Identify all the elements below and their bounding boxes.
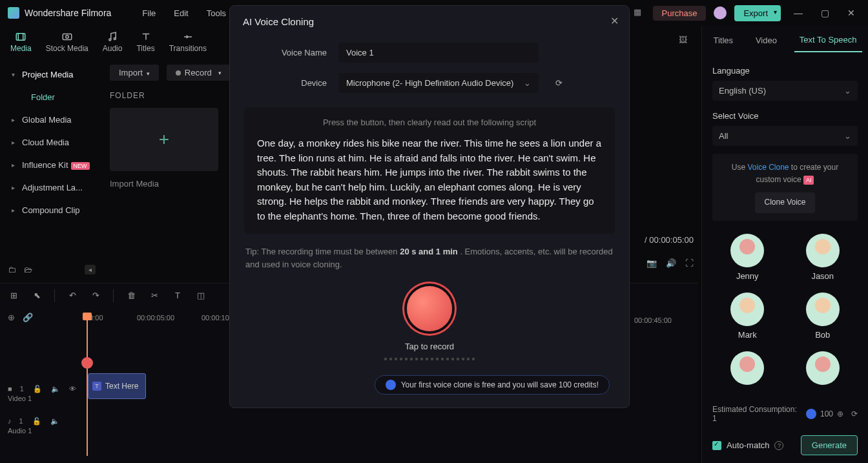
snapshot-icon[interactable]: 📷 [646, 258, 657, 268]
import-dropdown[interactable]: Import [110, 65, 159, 81]
sidebar-item-folder[interactable]: Folder [0, 86, 103, 108]
waveform-icon [384, 358, 475, 360]
voice-card-jason[interactable]: Jason [788, 234, 858, 281]
import-media-tile[interactable]: + [110, 108, 218, 171]
svg-point-3 [109, 39, 111, 41]
sidebar-item-cloud-media[interactable]: ▸Cloud Media [0, 131, 103, 154]
record-button[interactable] [407, 286, 452, 331]
svg-point-2 [65, 36, 68, 39]
chevron-right-icon: ▸ [12, 161, 15, 169]
lock-icon[interactable]: 🔓 [33, 385, 42, 393]
sidebar-item-influence-kit[interactable]: ▸Influence KitNEW [0, 154, 103, 176]
tab-titles[interactable]: Titles [708, 29, 738, 52]
device-select[interactable]: Microphone (2- High Definition Audio Dev… [338, 73, 539, 93]
fullscreen-icon[interactable]: ⛶ [685, 258, 694, 268]
credits-value: 100 [820, 409, 833, 418]
select-icon[interactable]: ⊞ [8, 291, 19, 300]
modal-title: AI Voice Cloning [243, 16, 314, 27]
voice-card[interactable] [712, 351, 783, 385]
window-maximize-icon[interactable]: ▢ [816, 8, 834, 18]
preview-controls: 📷 🔊 ⛶ [646, 258, 694, 268]
redo-icon[interactable]: ↷ [90, 291, 101, 300]
track-labels: ■1🔓🔈👁 Video 1 ♪1🔓🔈 Audio 1 [0, 377, 83, 442]
timeline-marker[interactable] [81, 357, 93, 369]
tab-video[interactable]: Video [750, 29, 782, 52]
sidebar-label: Compound Clip [22, 205, 80, 215]
language-select[interactable]: English (US) [712, 81, 858, 101]
record-dot-icon [176, 70, 181, 76]
folder-add-icon[interactable]: 🗁 [24, 265, 32, 274]
volume-icon[interactable]: 🔊 [666, 258, 676, 268]
folder-panel: Import Record▾ FOLDER + Import Media [110, 65, 239, 189]
crop-icon[interactable]: ◫ [195, 291, 207, 300]
grid-app-icon[interactable]: ▦ [634, 7, 645, 19]
cut-icon[interactable]: ✂ [149, 291, 160, 300]
new-folder-icon[interactable]: 🗀 [8, 265, 16, 274]
voice-card[interactable] [788, 351, 858, 385]
voice-card-mark[interactable]: Mark [712, 293, 783, 340]
checkbox-icon [712, 441, 721, 450]
tl-link-icon[interactable]: 🔗 [23, 313, 33, 322]
menu-edit[interactable]: Edit [167, 6, 194, 21]
ai-credits-icon [806, 409, 816, 419]
media-tab-media[interactable]: Media [4, 28, 38, 56]
ruler-tick: 00:00:05:00 [137, 314, 174, 322]
menu-file[interactable]: File [136, 6, 162, 21]
picture-icon[interactable]: 🖼 [679, 35, 687, 45]
chevron-right-icon: ▸ [12, 184, 15, 191]
mute-icon[interactable]: 🔈 [50, 417, 59, 426]
record-dropdown[interactable]: Record▾ [167, 65, 231, 81]
audio-track-header[interactable]: ♪1🔓🔈 Audio 1 [0, 409, 83, 442]
preview-duration: 00:00:05:00 [649, 235, 694, 245]
clip-label: Text Here [105, 382, 138, 391]
sidebar: ▾Project Media Folder ▸Global Media ▸Clo… [0, 63, 103, 278]
purchase-button[interactable]: Purchase [653, 6, 707, 21]
device-value: Microphone (2- High Definition Audio Dev… [346, 78, 513, 88]
add-credits-icon[interactable]: ⊕ [837, 409, 843, 418]
delete-icon[interactable]: 🗑 [125, 291, 137, 300]
sidebar-item-adjustment[interactable]: ▸Adjustment La... [0, 176, 103, 199]
export-button[interactable]: Export [734, 5, 781, 21]
voice-card-bob[interactable]: Bob [788, 293, 858, 340]
media-tab-stock[interactable]: Stock Media [39, 28, 95, 56]
refresh-device-icon[interactable]: ⟳ [555, 78, 563, 88]
voice-clone-link[interactable]: Voice Clone [747, 163, 789, 172]
sidebar-item-compound[interactable]: ▸Compound Clip [0, 199, 103, 221]
video-track-header[interactable]: ■1🔓🔈👁 Video 1 [0, 377, 83, 409]
text-icon[interactable]: T [172, 291, 183, 300]
media-tab-transitions[interactable]: Transitions [163, 28, 213, 56]
window-minimize-icon[interactable]: — [789, 8, 808, 18]
generate-button[interactable]: Generate [801, 435, 858, 455]
tl-add-icon[interactable]: ⊕ [8, 313, 15, 322]
mute-icon[interactable]: 🔈 [51, 385, 60, 393]
auto-match-label: Auto-match [727, 440, 769, 450]
clone-voice-button[interactable]: Clone Voice [755, 192, 814, 212]
hint-text: Use [732, 163, 748, 172]
undo-icon[interactable]: ↶ [67, 291, 78, 300]
avatar-icon [806, 351, 840, 385]
voice-name-input[interactable]: Voice 1 [338, 43, 539, 63]
refresh-credits-icon[interactable]: ⟳ [851, 409, 858, 418]
tab-tts[interactable]: Text To Speech [794, 28, 862, 52]
auto-match-checkbox[interactable]: Auto-match ? [712, 440, 783, 450]
pointer-icon[interactable]: ⬉ [31, 291, 43, 300]
help-icon[interactable]: ? [774, 441, 783, 450]
close-icon[interactable]: ✕ [610, 15, 619, 27]
media-tab-titles[interactable]: Titles [130, 28, 161, 56]
svg-point-4 [114, 38, 116, 40]
sidebar-item-global-media[interactable]: ▸Global Media [0, 108, 103, 131]
voice-name: Jenny [736, 271, 759, 281]
recording-tip: Tip: The recording time must be between … [230, 243, 629, 273]
user-avatar[interactable] [714, 6, 727, 19]
voice-name: Bob [815, 330, 830, 340]
lock-icon[interactable]: 🔓 [32, 417, 41, 426]
media-tab-audio[interactable]: Audio [96, 28, 129, 56]
collapse-sidebar-icon[interactable]: ◂ [85, 265, 96, 274]
eye-icon[interactable]: 👁 [69, 385, 76, 393]
voice-filter-select[interactable]: All [712, 126, 858, 146]
sidebar-item-project-media[interactable]: ▾Project Media [0, 63, 103, 86]
window-close-icon[interactable]: ✕ [842, 8, 860, 18]
menu-tools[interactable]: Tools [200, 6, 232, 21]
title-clip[interactable]: T Text Here [88, 373, 146, 399]
voice-card-jenny[interactable]: Jenny [712, 234, 783, 281]
